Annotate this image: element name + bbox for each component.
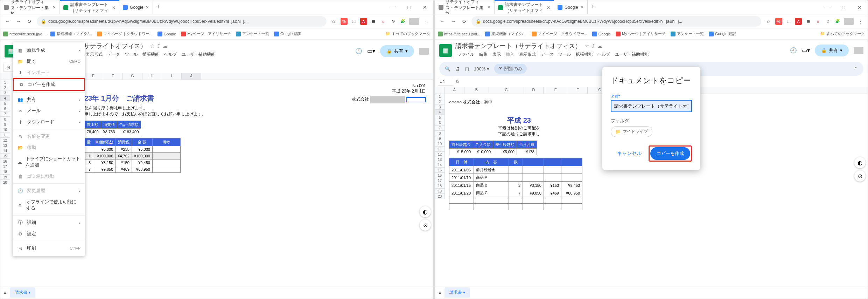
bookmark-item[interactable]: Myページ｜アイリサーチ [616,31,666,36]
zoom[interactable]: 100% ▾ [474,66,489,72]
menu-offline[interactable]: ⭘オフラインで使用可能にする [13,196,85,214]
new-tab-button[interactable]: + [588,0,598,14]
minimize-button[interactable]: — [385,0,401,14]
bookmark-item[interactable]: Google 翻訳 [274,31,302,36]
menu-format[interactable]: 表示形式 [517,50,538,59]
account-avatar[interactable] [854,47,863,54]
gallery-icon[interactable]: ◫ [465,66,469,72]
menu-view[interactable]: 表示 [490,50,503,59]
bookmark-item[interactable]: マイページ｜クラウドワー... [97,31,153,36]
sheets-logo[interactable]: ▦ [439,44,452,57]
ext-icon[interactable]: ▦ [805,18,812,25]
move-icon[interactable]: ⤴ [592,43,595,49]
ext-icon[interactable]: 🧩 [834,18,841,25]
bookmark-item[interactable]: 接続機器（マイク/... [50,31,92,36]
cancel-button[interactable]: キャンセル [613,145,646,162]
ext-icon[interactable]: ⬚ [350,18,357,25]
menu-icon[interactable]: ⋮ [422,17,430,26]
copy-name-input[interactable] [611,100,692,112]
browser-tab-2[interactable]: 請求書テンプレート（サテライトオフィ✕ [495,0,554,14]
name-box[interactable]: J4 [438,78,453,86]
star-icon[interactable]: ☆ [329,17,338,26]
confirm-copy-button[interactable]: コピーを作成 [650,147,690,160]
menu-mail[interactable]: ✉メール▸ [13,105,85,116]
star-icon[interactable]: ☆ [150,43,155,49]
menu-data[interactable]: データ [105,50,122,60]
browser-tab-1[interactable]: サテライトオフィス・テンプレート集 fo✕ [0,0,60,14]
new-tab-button[interactable]: + [153,0,164,14]
ext-icon[interactable]: 🧩 [399,18,406,25]
browser-tab-2[interactable]: 請求書テンプレート（サテライトオフィ✕ [60,0,119,14]
forward-button[interactable]: → [449,17,457,26]
history-icon[interactable]: 🕘 [355,48,362,54]
close-button[interactable]: ✕ [852,0,868,14]
all-bookmarks[interactable]: 📁 すべてのブックマーク [385,31,430,36]
ext-icon[interactable]: ▦ [370,18,377,25]
menu-detail[interactable]: ⓘ詳細▸ [13,217,85,228]
all-sheets-icon[interactable]: ≡ [4,290,6,295]
star-icon[interactable]: ☆ [764,17,772,26]
view-only-badge[interactable]: 👁 閲覧のみ [494,64,527,74]
menu-open[interactable]: 📁開くCtrl+O [13,56,85,67]
history-icon[interactable]: 🕘 [790,47,797,54]
forward-button[interactable]: → [14,17,23,26]
ext-icon[interactable]: u [380,18,387,25]
menu-tools[interactable]: ツール [123,50,140,60]
menu-extensions[interactable]: 拡張機能 [574,50,595,59]
menu-new[interactable]: ▦新規作成▸ [13,45,85,56]
bookmark-item[interactable]: Google [158,32,176,36]
menu-help[interactable]: ヘルプ [595,50,612,59]
profile-avatar[interactable] [844,18,854,25]
menu-make-copy[interactable]: ⧉コピーを作成 [13,78,85,91]
menu-extensions[interactable]: 拡張機能 [140,50,161,60]
menu-share[interactable]: 👥共有▸ [13,94,85,105]
maximize-button[interactable]: □ [835,0,852,14]
ext-icon[interactable]: % [775,18,782,25]
ext-icon[interactable]: ⊕ [824,18,831,25]
menu-shortcut[interactable]: ☁ドライブにショートカットを追加 [13,153,85,171]
sheet-tab[interactable]: 請求書 ▾ [10,287,35,298]
browser-tab-3[interactable]: Google✕ [119,0,153,14]
selected-cell[interactable] [406,97,426,102]
reload-button[interactable]: ⟳ [460,17,469,26]
account-avatar[interactable] [419,48,429,55]
explore-fab[interactable]: ◐ [420,206,431,217]
maximize-button[interactable]: □ [401,0,417,14]
cloud-icon[interactable]: ☁ [597,43,602,49]
sheet-tab[interactable]: 請求書 ▾ [444,287,470,298]
menu-print[interactable]: 🖨印刷Ctrl+P [13,243,85,254]
profile-avatar[interactable] [409,18,419,25]
bookmark-item[interactable]: マイページ｜クラウドワー... [532,31,587,36]
ext-icon[interactable]: A [795,18,802,25]
back-button[interactable]: ← [438,17,446,26]
menu-tools[interactable]: ツール [556,50,573,59]
menu-insert[interactable]: 挿入 [504,50,516,59]
bookmark-item[interactable]: 接続機器（マイク/... [485,31,526,36]
ext-icon[interactable]: A [360,18,367,25]
menu-edit[interactable]: 編集 [477,50,490,59]
explore-fab[interactable]: ◐ [854,157,866,168]
doc-title[interactable]: 請求書テンプレート（サテライトオフィス） [455,42,581,50]
meet-icon[interactable]: ▭▾ [367,48,375,54]
bookmark-item[interactable]: Myページ｜アイリサーチ [181,31,231,36]
bookmark-item[interactable]: Google [592,32,611,36]
browser-tab-3[interactable]: Google✕ [554,0,588,14]
ext-icon[interactable]: % [341,18,348,25]
menu-accessibility[interactable]: ユーザー補助機能 [180,50,217,60]
menu-accessibility[interactable]: ユーザー補助機能 [613,50,651,59]
browser-tab-1[interactable]: サテライトオフィス・テンプレート集 fo✕ [435,0,495,14]
menu-format[interactable]: 表示形式 [84,50,105,60]
menu-data[interactable]: データ [539,50,555,59]
back-button[interactable]: ← [3,17,12,26]
star-icon[interactable]: ☆ [585,43,589,49]
menu-icon[interactable]: ⋮ [856,17,865,26]
bookmark-item[interactable]: https://lite.secu.jp/d... [3,32,46,36]
all-bookmarks[interactable]: 📁 すべてのブックマーク [820,31,865,36]
reload-button[interactable]: ⟳ [26,17,34,26]
side-fab-2[interactable]: ⊙ [854,170,866,182]
ext-icon[interactable]: ⬚ [785,18,792,25]
search-icon[interactable]: 🔍 [445,66,450,72]
ext-icon[interactable]: u [814,18,821,25]
share-button[interactable]: 🔒 共有 ▾ [815,45,849,56]
bookmark-item[interactable]: アンケート一覧 [236,31,269,36]
